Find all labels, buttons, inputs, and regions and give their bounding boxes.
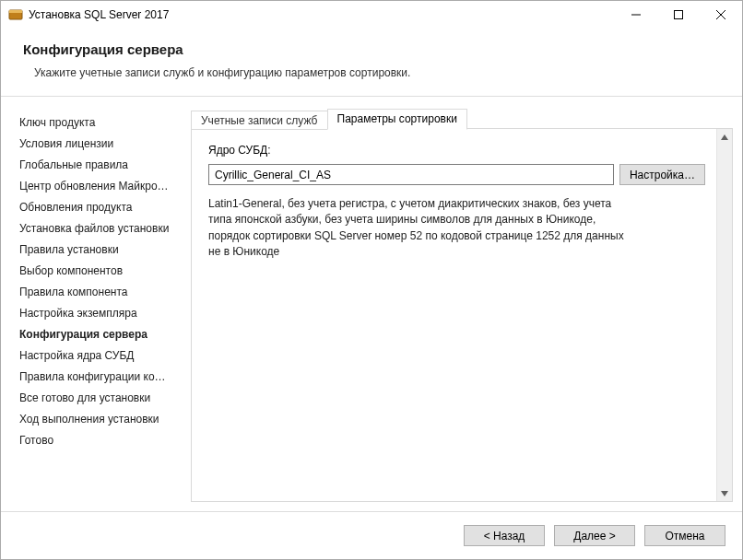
page-header: Конфигурация сервера Укажите учетные зап… bbox=[1, 29, 742, 97]
tab-service-accounts[interactable]: Учетные записи служб bbox=[191, 111, 328, 130]
svg-marker-7 bbox=[721, 491, 728, 496]
tabstrip: Учетные записи служб Параметры сортировк… bbox=[191, 109, 466, 130]
sidebar-item[interactable]: Правила компонента bbox=[18, 281, 174, 302]
main-area: Учетные записи служб Параметры сортировк… bbox=[182, 97, 742, 511]
app-icon bbox=[8, 7, 23, 22]
sidebar-item[interactable]: Установка файлов установки bbox=[18, 217, 174, 239]
svg-line-5 bbox=[716, 10, 725, 19]
page-subtitle: Укажите учетные записи служб и конфигура… bbox=[23, 66, 720, 79]
svg-marker-6 bbox=[721, 134, 728, 140]
sidebar-item[interactable]: Готово bbox=[18, 429, 174, 450]
next-button[interactable]: Далее > bbox=[554, 525, 635, 546]
scroll-down-arrow[interactable] bbox=[717, 485, 732, 501]
engine-label: Ядро СУБД: bbox=[208, 144, 705, 157]
vertical-scrollbar[interactable] bbox=[716, 129, 732, 501]
sidebar-item[interactable]: Глобальные правила bbox=[18, 154, 174, 175]
page-title: Конфигурация сервера bbox=[23, 41, 720, 57]
sidebar-item[interactable]: Правила конфигурации комп… bbox=[18, 366, 174, 387]
collation-description: Latin1-General, без учета регистра, с уч… bbox=[208, 196, 632, 261]
titlebar: Установка SQL Server 2017 bbox=[1, 1, 742, 29]
sidebar-item[interactable]: Условия лицензии bbox=[18, 133, 174, 154]
sidebar-item[interactable]: Ключ продукта bbox=[18, 111, 174, 133]
body: Ключ продукта Условия лицензии Глобальны… bbox=[1, 97, 742, 511]
svg-rect-1 bbox=[9, 10, 22, 13]
collation-input[interactable] bbox=[208, 164, 614, 185]
sidebar-item[interactable]: Все готово для установки bbox=[18, 387, 174, 408]
sidebar-item[interactable]: Настройка ядра СУБД bbox=[18, 344, 174, 366]
sidebar-item[interactable]: Настройка экземпляра bbox=[18, 302, 174, 323]
sidebar-item[interactable]: Правила установки bbox=[18, 239, 174, 260]
minimize-button[interactable] bbox=[615, 1, 657, 29]
sidebar-item-active[interactable]: Конфигурация сервера bbox=[18, 323, 174, 344]
collation-content: Ядро СУБД: Настройка… Latin1-General, бе… bbox=[192, 129, 716, 501]
back-button[interactable]: < Назад bbox=[464, 525, 545, 546]
window-title: Установка SQL Server 2017 bbox=[29, 8, 615, 21]
scroll-up-arrow[interactable] bbox=[717, 129, 732, 145]
sidebar-item[interactable]: Обновления продукта bbox=[18, 196, 174, 217]
sidebar-item[interactable]: Центр обновления Майкросо… bbox=[18, 175, 174, 196]
sidebar-item[interactable]: Выбор компонентов bbox=[18, 260, 174, 281]
tab-collation[interactable]: Параметры сортировки bbox=[327, 109, 467, 130]
svg-line-4 bbox=[716, 10, 725, 19]
wizard-steps-sidebar: Ключ продукта Условия лицензии Глобальны… bbox=[1, 97, 182, 511]
installer-window: Установка SQL Server 2017 Конфигурация с… bbox=[0, 0, 743, 560]
scroll-track[interactable] bbox=[717, 145, 732, 485]
close-button[interactable] bbox=[700, 1, 742, 29]
wizard-footer: < Назад Далее > Отмена bbox=[1, 511, 742, 559]
cancel-button[interactable]: Отмена bbox=[644, 525, 725, 546]
maximize-button[interactable] bbox=[657, 1, 700, 29]
tab-panel: Учетные записи служб Параметры сортировк… bbox=[191, 128, 733, 502]
customize-button[interactable]: Настройка… bbox=[619, 164, 705, 185]
svg-rect-3 bbox=[675, 11, 683, 19]
sidebar-item[interactable]: Ход выполнения установки bbox=[18, 408, 174, 429]
